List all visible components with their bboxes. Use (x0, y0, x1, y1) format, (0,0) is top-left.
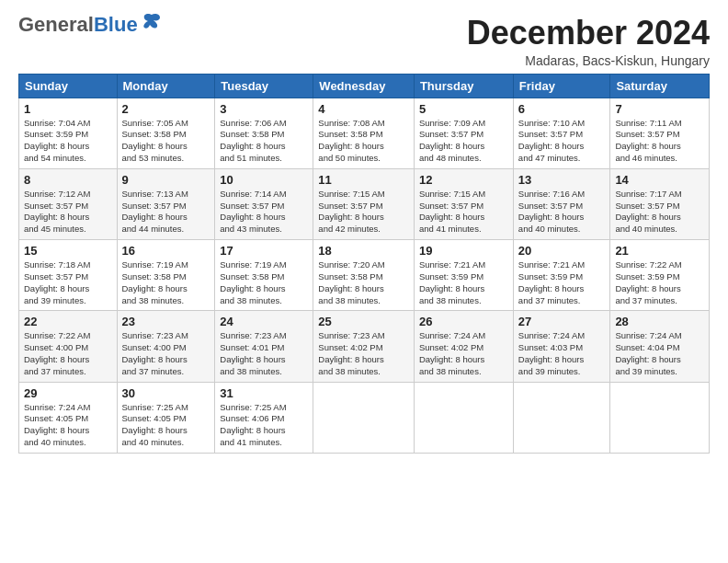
logo-general: General (18, 13, 94, 36)
calendar-week-row: 1Sunrise: 7:04 AM Sunset: 3:59 PM Daylig… (19, 98, 710, 168)
day-number: 10 (220, 173, 308, 187)
day-info: Sunrise: 7:16 AM Sunset: 3:57 PM Dayligh… (518, 189, 606, 236)
day-info: Sunrise: 7:09 AM Sunset: 3:57 PM Dayligh… (419, 118, 508, 165)
day-info: Sunrise: 7:13 AM Sunset: 3:57 PM Dayligh… (122, 189, 210, 236)
calendar-cell: 27Sunrise: 7:24 AM Sunset: 4:03 PM Dayli… (513, 311, 610, 382)
calendar-cell: 16Sunrise: 7:19 AM Sunset: 3:58 PM Dayli… (117, 240, 215, 311)
day-number: 5 (419, 102, 508, 116)
calendar-cell (610, 382, 710, 453)
calendar-cell: 13Sunrise: 7:16 AM Sunset: 3:57 PM Dayli… (513, 168, 610, 239)
day-info: Sunrise: 7:24 AM Sunset: 4:05 PM Dayligh… (24, 402, 112, 449)
day-number: 19 (419, 244, 508, 258)
day-info: Sunrise: 7:25 AM Sunset: 4:06 PM Dayligh… (220, 402, 308, 449)
day-number: 27 (518, 315, 606, 328)
calendar-cell: 15Sunrise: 7:18 AM Sunset: 3:57 PM Dayli… (19, 240, 118, 311)
day-info: Sunrise: 7:24 AM Sunset: 4:03 PM Dayligh… (518, 330, 606, 377)
calendar-header-row: SundayMondayTuesdayWednesdayThursdayFrid… (19, 74, 710, 98)
calendar-cell: 18Sunrise: 7:20 AM Sunset: 3:58 PM Dayli… (313, 240, 415, 311)
day-number: 16 (122, 244, 210, 258)
calendar-week-row: 29Sunrise: 7:24 AM Sunset: 4:05 PM Dayli… (19, 382, 710, 453)
calendar-header-monday: Monday (117, 74, 215, 98)
calendar-cell: 1Sunrise: 7:04 AM Sunset: 3:59 PM Daylig… (19, 98, 118, 168)
day-number: 8 (24, 173, 112, 187)
calendar-week-row: 22Sunrise: 7:22 AM Sunset: 4:00 PM Dayli… (19, 311, 710, 382)
day-number: 18 (318, 244, 409, 258)
day-info: Sunrise: 7:19 AM Sunset: 3:58 PM Dayligh… (220, 259, 308, 306)
calendar-cell: 9Sunrise: 7:13 AM Sunset: 3:57 PM Daylig… (117, 168, 215, 239)
calendar-header-thursday: Thursday (414, 74, 513, 98)
month-title: December 2024 (467, 15, 710, 52)
title-area: December 2024 Madaras, Bacs-Kiskun, Hung… (467, 15, 710, 68)
calendar-header-sunday: Sunday (19, 74, 118, 98)
day-number: 24 (220, 315, 308, 328)
day-number: 28 (615, 315, 704, 328)
header: GeneralBlue December 2024 Madaras, Bacs-… (18, 15, 710, 68)
calendar-cell: 26Sunrise: 7:24 AM Sunset: 4:02 PM Dayli… (414, 311, 513, 382)
day-number: 13 (518, 173, 606, 187)
calendar-cell: 22Sunrise: 7:22 AM Sunset: 4:00 PM Dayli… (19, 311, 118, 382)
calendar-cell: 10Sunrise: 7:14 AM Sunset: 3:57 PM Dayli… (215, 168, 313, 239)
day-number: 9 (122, 173, 210, 187)
calendar-cell: 31Sunrise: 7:25 AM Sunset: 4:06 PM Dayli… (215, 382, 313, 453)
day-number: 26 (419, 315, 508, 328)
day-number: 22 (24, 315, 112, 328)
calendar-cell: 28Sunrise: 7:24 AM Sunset: 4:04 PM Dayli… (610, 311, 710, 382)
day-number: 1 (24, 102, 112, 116)
logo: GeneralBlue (18, 15, 162, 35)
day-info: Sunrise: 7:24 AM Sunset: 4:02 PM Dayligh… (419, 330, 508, 377)
day-number: 2 (122, 102, 210, 116)
calendar-cell: 20Sunrise: 7:21 AM Sunset: 3:59 PM Dayli… (513, 240, 610, 311)
day-info: Sunrise: 7:22 AM Sunset: 4:00 PM Dayligh… (24, 330, 112, 377)
calendar-week-row: 15Sunrise: 7:18 AM Sunset: 3:57 PM Dayli… (19, 240, 710, 311)
day-info: Sunrise: 7:21 AM Sunset: 3:59 PM Dayligh… (419, 259, 508, 306)
day-info: Sunrise: 7:24 AM Sunset: 4:04 PM Dayligh… (615, 330, 704, 377)
calendar-cell: 8Sunrise: 7:12 AM Sunset: 3:57 PM Daylig… (19, 168, 118, 239)
calendar-cell (414, 382, 513, 453)
calendar-header-wednesday: Wednesday (313, 74, 415, 98)
day-number: 25 (318, 315, 409, 328)
day-info: Sunrise: 7:20 AM Sunset: 3:58 PM Dayligh… (318, 259, 409, 306)
logo-bird-icon (142, 11, 162, 31)
calendar-week-row: 8Sunrise: 7:12 AM Sunset: 3:57 PM Daylig… (19, 168, 710, 239)
calendar-cell: 14Sunrise: 7:17 AM Sunset: 3:57 PM Dayli… (610, 168, 710, 239)
day-info: Sunrise: 7:23 AM Sunset: 4:00 PM Dayligh… (122, 330, 210, 377)
day-number: 20 (518, 244, 606, 258)
day-info: Sunrise: 7:25 AM Sunset: 4:05 PM Dayligh… (122, 402, 210, 449)
calendar-cell: 6Sunrise: 7:10 AM Sunset: 3:57 PM Daylig… (513, 98, 610, 168)
calendar-cell: 7Sunrise: 7:11 AM Sunset: 3:57 PM Daylig… (610, 98, 710, 168)
day-number: 6 (518, 102, 606, 116)
calendar-cell: 29Sunrise: 7:24 AM Sunset: 4:05 PM Dayli… (19, 382, 118, 453)
calendar-cell: 3Sunrise: 7:06 AM Sunset: 3:58 PM Daylig… (215, 98, 313, 168)
day-info: Sunrise: 7:21 AM Sunset: 3:59 PM Dayligh… (518, 259, 606, 306)
calendar: SundayMondayTuesdayWednesdayThursdayFrid… (18, 74, 710, 454)
day-number: 29 (24, 386, 112, 400)
page: GeneralBlue December 2024 Madaras, Bacs-… (0, 0, 728, 463)
day-number: 7 (615, 102, 704, 116)
day-number: 3 (220, 102, 308, 116)
calendar-cell: 24Sunrise: 7:23 AM Sunset: 4:01 PM Dayli… (215, 311, 313, 382)
day-number: 30 (122, 386, 210, 400)
day-info: Sunrise: 7:10 AM Sunset: 3:57 PM Dayligh… (518, 118, 606, 165)
calendar-cell: 21Sunrise: 7:22 AM Sunset: 3:59 PM Dayli… (610, 240, 710, 311)
day-info: Sunrise: 7:11 AM Sunset: 3:57 PM Dayligh… (615, 118, 704, 165)
day-info: Sunrise: 7:23 AM Sunset: 4:01 PM Dayligh… (220, 330, 308, 377)
day-info: Sunrise: 7:23 AM Sunset: 4:02 PM Dayligh… (318, 330, 409, 377)
day-info: Sunrise: 7:15 AM Sunset: 3:57 PM Dayligh… (419, 189, 508, 236)
day-info: Sunrise: 7:12 AM Sunset: 3:57 PM Dayligh… (24, 189, 112, 236)
calendar-cell: 23Sunrise: 7:23 AM Sunset: 4:00 PM Dayli… (117, 311, 215, 382)
calendar-header-saturday: Saturday (610, 74, 710, 98)
day-number: 15 (24, 244, 112, 258)
calendar-cell (513, 382, 610, 453)
day-number: 11 (318, 173, 409, 187)
day-number: 17 (220, 244, 308, 258)
day-number: 12 (419, 173, 508, 187)
day-info: Sunrise: 7:19 AM Sunset: 3:58 PM Dayligh… (122, 259, 210, 306)
calendar-cell: 19Sunrise: 7:21 AM Sunset: 3:59 PM Dayli… (414, 240, 513, 311)
logo-blue: Blue (94, 13, 138, 36)
calendar-cell: 5Sunrise: 7:09 AM Sunset: 3:57 PM Daylig… (414, 98, 513, 168)
logo-text: GeneralBlue (18, 15, 138, 35)
day-number: 31 (220, 386, 308, 400)
calendar-cell (313, 382, 415, 453)
day-info: Sunrise: 7:18 AM Sunset: 3:57 PM Dayligh… (24, 259, 112, 306)
day-info: Sunrise: 7:14 AM Sunset: 3:57 PM Dayligh… (220, 189, 308, 236)
